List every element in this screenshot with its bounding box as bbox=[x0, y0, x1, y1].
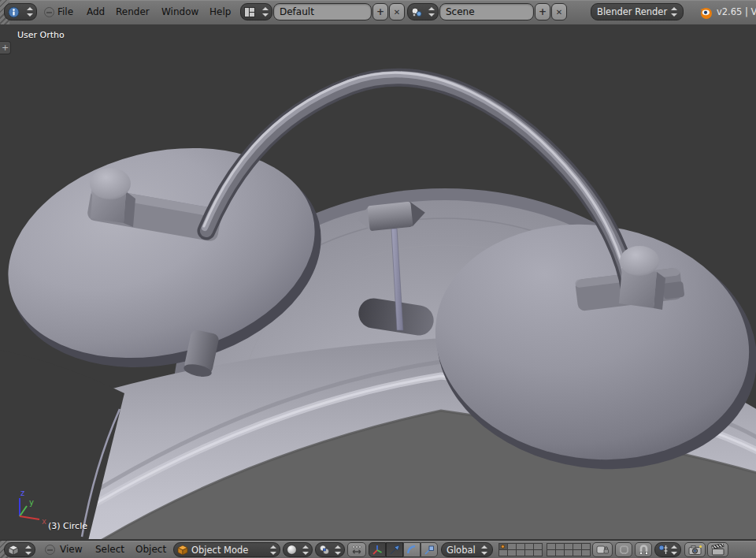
scene-lock-icon bbox=[596, 545, 610, 556]
manipulate-center-points-toggle[interactable] bbox=[347, 542, 366, 557]
opengl-render-anim-button[interactable] bbox=[707, 542, 728, 557]
stepper-icon bbox=[670, 545, 677, 555]
info-icon bbox=[8, 6, 20, 18]
plus-icon: + bbox=[539, 6, 547, 17]
view-name-label: User Ortho bbox=[17, 30, 65, 40]
editor-type-selector-info[interactable] bbox=[4, 3, 37, 20]
scene-selector[interactable] bbox=[407, 3, 439, 20]
close-icon: ✕ bbox=[394, 8, 400, 17]
scene-icon bbox=[411, 7, 422, 17]
stepper-icon bbox=[26, 7, 33, 17]
stepper-icon bbox=[261, 7, 269, 17]
proportional-edit-toggle[interactable] bbox=[615, 542, 632, 557]
pivot-point-icon bbox=[319, 545, 330, 555]
stepper-icon bbox=[480, 545, 487, 555]
snap-element-icon bbox=[658, 545, 669, 555]
add-layout-button[interactable]: + bbox=[372, 3, 388, 20]
snap-element-dropdown[interactable] bbox=[654, 542, 681, 557]
snap-magnet-icon bbox=[639, 545, 649, 556]
pivot-point-dropdown[interactable] bbox=[315, 542, 345, 557]
render-engine-dropdown[interactable]: Blender Render bbox=[591, 3, 684, 20]
collapse-menus-icon[interactable] bbox=[45, 545, 55, 555]
scene-name-field[interactable]: Scene bbox=[439, 3, 534, 20]
opengl-render-camera-icon bbox=[688, 545, 702, 556]
opengl-anim-clapper-icon bbox=[711, 544, 725, 556]
translate-icon bbox=[389, 545, 400, 556]
layout-name-field[interactable]: Default bbox=[273, 3, 372, 20]
scene-name-value: Scene bbox=[446, 6, 475, 17]
layers-grid-right bbox=[547, 543, 590, 556]
layer-toggle[interactable] bbox=[581, 549, 591, 556]
viewport-shading-dropdown[interactable] bbox=[283, 542, 313, 557]
blender-window: File Add Render Window Help Default + ✕ bbox=[0, 0, 756, 558]
delete-layout-button[interactable]: ✕ bbox=[389, 3, 405, 20]
manipulator-axes-icon bbox=[372, 545, 383, 556]
menu-window[interactable]: Window bbox=[161, 0, 198, 24]
menu-view[interactable]: View bbox=[60, 541, 82, 558]
scale-icon bbox=[424, 545, 435, 556]
menu-add[interactable]: Add bbox=[87, 0, 105, 24]
manipulator-scale-button[interactable] bbox=[421, 542, 438, 557]
add-scene-button[interactable]: + bbox=[535, 3, 550, 20]
stepper-icon bbox=[24, 545, 32, 555]
close-icon: ✕ bbox=[556, 8, 562, 17]
view3d-editor-icon bbox=[8, 545, 19, 556]
menu-render[interactable]: Render bbox=[116, 0, 150, 24]
info-header: File Add Render Window Help Default + ✕ bbox=[0, 0, 756, 25]
menu-select[interactable]: Select bbox=[95, 541, 124, 558]
layers-grid-left bbox=[498, 543, 542, 556]
version-text: v2.65 | V bbox=[717, 0, 756, 24]
layout-name-value: Default bbox=[280, 6, 314, 17]
menu-object[interactable]: Object bbox=[135, 541, 166, 558]
plus-icon: + bbox=[2, 43, 9, 53]
stepper-icon bbox=[428, 7, 435, 17]
opengl-render-button[interactable] bbox=[684, 542, 706, 557]
screen-layout-selector[interactable] bbox=[240, 3, 272, 20]
object-mode-icon bbox=[177, 545, 188, 556]
axis-y-label: y bbox=[29, 498, 34, 507]
viewport-3d-canvas[interactable]: z y x bbox=[0, 24, 756, 539]
viewport-shading-icon bbox=[287, 545, 297, 555]
menu-help[interactable]: Help bbox=[209, 0, 231, 24]
layer-toggle[interactable] bbox=[533, 549, 543, 556]
active-object-label: (3) Circle bbox=[48, 521, 87, 531]
viewport-3d[interactable]: z y x User Ortho + (3) Circle bbox=[0, 24, 756, 539]
manipulator-translate-button[interactable] bbox=[386, 542, 403, 557]
blender-logo-icon bbox=[698, 5, 713, 20]
editor-type-selector-3dview[interactable] bbox=[4, 542, 35, 557]
stepper-icon bbox=[334, 545, 341, 555]
manipulator-rotate-button[interactable] bbox=[403, 542, 421, 557]
rotate-icon bbox=[406, 545, 417, 556]
collapse-menus-icon[interactable] bbox=[44, 7, 54, 17]
delete-scene-button[interactable]: ✕ bbox=[551, 3, 567, 20]
transform-orientation-dropdown[interactable]: Global bbox=[441, 542, 493, 557]
proportional-edit-icon bbox=[619, 545, 629, 555]
toolshelf-expand-tab[interactable]: + bbox=[0, 41, 11, 54]
orientation-value: Global bbox=[447, 545, 476, 556]
view3d-header: View Select Object Object Mode bbox=[0, 540, 756, 558]
stepper-icon bbox=[670, 7, 677, 17]
interaction-mode-value: Object Mode bbox=[188, 545, 269, 556]
center-points-icon bbox=[350, 545, 363, 556]
snap-toggle[interactable] bbox=[635, 542, 652, 557]
interaction-mode-dropdown[interactable]: Object Mode bbox=[173, 542, 280, 557]
plus-icon: + bbox=[376, 6, 384, 17]
layout-icon bbox=[244, 7, 255, 17]
axis-x-label: x bbox=[42, 517, 46, 526]
manipulator-toggle[interactable] bbox=[369, 542, 386, 557]
axis-z-label: z bbox=[20, 489, 24, 497]
stepper-icon bbox=[302, 545, 309, 555]
menu-file[interactable]: File bbox=[57, 0, 73, 24]
stepper-icon bbox=[269, 545, 276, 555]
render-engine-value: Blender Render bbox=[597, 6, 667, 17]
left-bell-screw[interactable] bbox=[90, 168, 135, 227]
scene-lock-toggle[interactable] bbox=[592, 542, 613, 557]
